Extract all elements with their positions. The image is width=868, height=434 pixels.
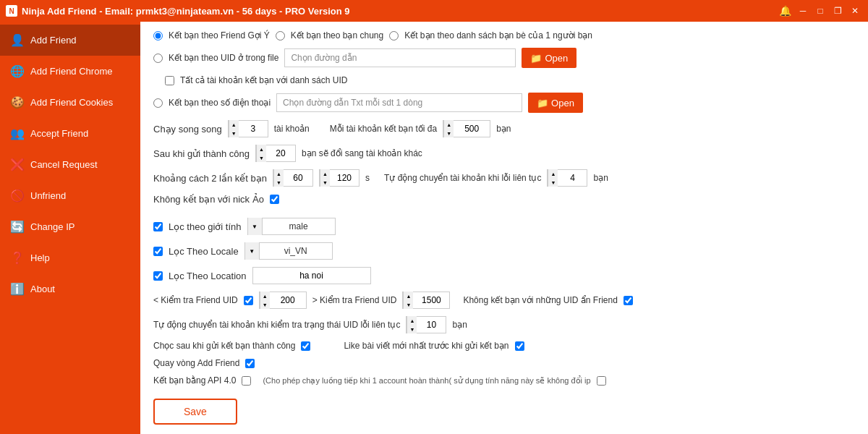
phone-open-button[interactable]: 📁 Open	[528, 93, 583, 113]
sidebar-item-add-friend-chrome[interactable]: 🌐 Add Friend Chrome	[0, 56, 140, 87]
auto-switch-down[interactable]: ▼	[548, 178, 558, 187]
api-checkbox[interactable]	[242, 376, 251, 386]
locale-dropdown-arrow[interactable]: ▼	[245, 242, 260, 260]
distance-min-up[interactable]: ▲	[273, 169, 284, 178]
after-success-row: Sau khi gửi thành công ▲ ▼ bạn sẽ đổi sa…	[153, 145, 855, 162]
minimize-button[interactable]: ─	[796, 4, 810, 18]
save-button[interactable]: Save	[153, 399, 237, 425]
sidebar-item-chrome-label: Add Friend Chrome	[30, 66, 112, 77]
uid-all-checkbox[interactable]	[165, 76, 174, 85]
gender-dropdown-arrow[interactable]: ▼	[248, 218, 263, 235]
auto-switch-input[interactable]	[558, 170, 587, 186]
sidebar-item-change-ip[interactable]: 🔄 Change IP	[0, 211, 140, 242]
check-friend-max-label: > Kiểm tra Friend UID	[312, 295, 397, 305]
parallel-down[interactable]: ▼	[229, 129, 239, 137]
distance-row: Khoảng cách 2 lần kết bạn ▲ ▼ ▲ ▼ s Tự đ…	[153, 169, 855, 187]
restore-button[interactable]: ❐	[830, 4, 845, 18]
uid-min-spinner[interactable]: ▲ ▼	[259, 292, 307, 309]
auto-switch-spinner[interactable]: ▲ ▼	[547, 169, 587, 187]
locale-row: Lọc Theo Locale ▼ vi_VN	[153, 242, 855, 260]
sidebar-item-about[interactable]: ℹ️ About	[0, 273, 140, 305]
sidebar-item-add-friend[interactable]: 👤 Add Friend	[0, 25, 140, 56]
uid-auto-switch-down[interactable]: ▼	[407, 325, 417, 333]
bell-icon[interactable]: 🔔	[779, 5, 791, 17]
close-button[interactable]: ✕	[848, 4, 862, 18]
max-friend-spinner[interactable]: ▲ ▼	[443, 120, 490, 137]
radio-friends-list[interactable]	[389, 31, 399, 41]
distance-max-input[interactable]	[330, 170, 359, 186]
like-post-checkbox[interactable]	[515, 341, 524, 351]
gender-dropdown[interactable]: ▼ male	[247, 218, 336, 235]
uid-file-label: Kết bạn theo UID ở trong file	[169, 53, 278, 63]
maximize-button[interactable]: □	[813, 4, 827, 18]
after-success-input[interactable]	[266, 145, 295, 161]
location-input[interactable]	[252, 267, 371, 284]
phone-file-input[interactable]: Chọn đường dẫn Txt mỗi sdt 1 dòng	[276, 93, 522, 112]
uid-check-min-checkbox[interactable]	[244, 296, 253, 305]
gender-row: Lọc theo giới tính ▼ male	[153, 218, 855, 235]
distance-min-down[interactable]: ▼	[273, 178, 284, 187]
folder-icon: 📁	[530, 53, 542, 64]
max-friend-input[interactable]	[454, 121, 490, 137]
sidebar-item-add-friend-cookies[interactable]: 🍪 Add Friend Cookies	[0, 87, 140, 118]
delay-after-checkbox[interactable]	[301, 341, 310, 351]
uid-auto-switch-input[interactable]	[417, 317, 446, 333]
distance-max-up[interactable]: ▲	[320, 169, 330, 178]
uid-file-placeholder: Chọn đường dẫn	[291, 53, 357, 63]
uid-file-open-button[interactable]: 📁 Open	[522, 48, 576, 68]
parallel-up[interactable]: ▲	[229, 120, 239, 129]
phone-placeholder: Chọn đường dẫn Txt mỗi sdt 1 dòng	[283, 98, 422, 108]
parallel-input[interactable]	[239, 121, 268, 137]
after-success-up[interactable]: ▲	[256, 145, 266, 153]
after-success-spinner[interactable]: ▲ ▼	[255, 145, 296, 162]
after-success-text: bạn sẽ đổi sang tài khoản khác	[302, 148, 422, 158]
uid-file-input[interactable]: Chọn đường dẫn	[284, 48, 516, 67]
uid-max-spinner[interactable]: ▲ ▼	[402, 292, 450, 309]
after-success-down[interactable]: ▼	[256, 153, 266, 162]
title-bar-title: Ninja Add Friend - Email: prmkt3@ninjate…	[22, 6, 775, 17]
sidebar-item-accept-friend[interactable]: 👥 Accept Friend	[0, 118, 140, 149]
about-icon: ℹ️	[10, 282, 25, 296]
distance-max-spinner[interactable]: ▲ ▼	[319, 169, 359, 187]
locale-dropdown[interactable]: ▼ vi_VN	[244, 242, 333, 260]
uid-min-input[interactable]	[270, 292, 306, 308]
distance-max-down[interactable]: ▼	[320, 178, 330, 187]
sidebar-item-change-ip-label: Change IP	[30, 221, 75, 232]
sidebar-item-help[interactable]: ❓ Help	[0, 242, 140, 273]
uid-min-up[interactable]: ▲	[260, 292, 270, 300]
uid-max-input[interactable]	[413, 292, 449, 308]
location-label: Lọc Theo Location	[169, 271, 247, 281]
uid-auto-switch-spinner[interactable]: ▲ ▼	[406, 316, 446, 333]
location-checkbox[interactable]	[153, 271, 163, 281]
delay-after-label: Chọc sau khi gửi kết bạn thành công	[153, 341, 295, 351]
auto-switch-up[interactable]: ▲	[548, 169, 558, 178]
api-note-checkbox[interactable]	[597, 376, 606, 386]
radio-suggested[interactable]	[153, 31, 163, 41]
uid-auto-switch-up[interactable]: ▲	[407, 316, 417, 325]
api-label: Kết bạn bằng API 4.0	[153, 375, 236, 386]
uid-check-row: < Kiểm tra Friend UID ▲ ▼ > Kiểm tra Fri…	[153, 292, 855, 309]
parallel-spinner[interactable]: ▲ ▼	[228, 120, 268, 137]
uid-max-up[interactable]: ▲	[403, 292, 413, 300]
sidebar-item-cancel-request[interactable]: ❌ Cancel Request	[0, 149, 140, 180]
sidebar-item-cookies-label: Add Friend Cookies	[30, 97, 113, 108]
gender-checkbox[interactable]	[153, 222, 163, 231]
fake-nick-checkbox[interactable]	[270, 195, 279, 204]
distance-min-input[interactable]	[284, 170, 312, 186]
parallel-row: Chạy song song ▲ ▼ tài khoản Mỗi tài kho…	[153, 120, 855, 137]
no-hidden-checkbox[interactable]	[624, 296, 633, 305]
sidebar-item-unfriend[interactable]: 🚫 Unfriend	[0, 180, 140, 211]
round-robin-checkbox[interactable]	[245, 359, 255, 368]
locale-checkbox[interactable]	[153, 247, 163, 256]
distance-min-spinner[interactable]: ▲ ▼	[273, 169, 313, 187]
radio-mutual[interactable]	[276, 31, 285, 41]
radio-uid-file[interactable]	[153, 54, 163, 63]
uid-max-down[interactable]: ▼	[403, 300, 413, 309]
max-friend-up[interactable]: ▲	[443, 120, 454, 129]
radio-phone[interactable]	[153, 98, 163, 108]
uid-min-down[interactable]: ▼	[260, 300, 270, 309]
add-friend-icon: 👤	[10, 33, 25, 47]
sidebar-item-unfriend-label: Unfriend	[30, 190, 66, 201]
max-friend-down[interactable]: ▼	[443, 129, 454, 137]
sidebar-item-cancel-label: Cancel Request	[30, 159, 98, 170]
